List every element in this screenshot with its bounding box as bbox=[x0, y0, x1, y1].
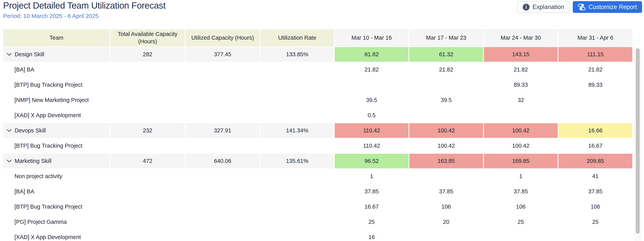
project-name-label: [BTP] Bug Tracking Project bbox=[14, 204, 82, 210]
project-cell: [BA] BA bbox=[3, 184, 110, 199]
rate-cell bbox=[260, 184, 334, 199]
project-row: [XAD] X App Development0.5 bbox=[3, 108, 632, 123]
team-row: Devops Skill232327.91141.34%110.42100.42… bbox=[3, 123, 632, 138]
week-cell-1: 21.82 bbox=[409, 62, 483, 77]
column-header-mar-17-mar-23: Mar 17 - Mar 23 bbox=[409, 29, 483, 46]
capacity-cell bbox=[110, 169, 185, 184]
page-title: Project Detailed Team Utilization Foreca… bbox=[3, 0, 166, 11]
rate-cell bbox=[260, 78, 334, 92]
rate-cell bbox=[260, 138, 334, 153]
week-cell-3: 106 bbox=[558, 200, 632, 214]
week-cell-2: 32 bbox=[484, 93, 558, 108]
table-body: Design Skill282377.45133.85%61.8261.3214… bbox=[3, 47, 632, 241]
team-cell: Devops Skill bbox=[3, 123, 110, 138]
week-cell-3: 25 bbox=[558, 215, 632, 229]
project-cell: [BTP] Bug Tracking Project bbox=[3, 78, 110, 92]
column-header-mar-24-mar-30: Mar 24 - Mar 30 bbox=[484, 29, 558, 46]
capacity-cell: 282 bbox=[110, 47, 185, 62]
week-cell-0: 39.5 bbox=[335, 93, 408, 108]
week-cell-0: 110.42 bbox=[335, 138, 408, 153]
week-cell-1: 163.85 bbox=[409, 154, 483, 168]
rate-cell bbox=[260, 200, 334, 214]
project-row: [BTP] Bug Tracking Project89.3389.33 bbox=[3, 78, 632, 92]
week-cell-1: 100.42 bbox=[409, 138, 483, 153]
column-header-total-available-capacity-hours: Total Available Capacity (Hours) bbox=[110, 29, 185, 46]
project-row: [BTP] Bug Tracking Project16.67106106106 bbox=[3, 200, 632, 214]
column-header-utilization-rate: Utilization Rate bbox=[260, 29, 334, 46]
column-header-mar-10-mar-16: Mar 10 - Mar 16 bbox=[335, 29, 408, 46]
customize-report-button[interactable]: Customize Report bbox=[573, 1, 642, 13]
week-cell-2: 21.82 bbox=[484, 62, 558, 77]
week-cell-2: 25 bbox=[484, 215, 558, 229]
project-name-label: [XAD] X App Development bbox=[14, 112, 81, 118]
capacity-cell: 232 bbox=[110, 123, 185, 138]
week-cell-3: 89.33 bbox=[558, 78, 632, 92]
week-cell-1 bbox=[409, 169, 483, 184]
explanation-button[interactable]: i Explanation bbox=[517, 1, 570, 13]
week-cell-1 bbox=[409, 78, 483, 92]
week-cell-0: 110.42 bbox=[335, 123, 408, 138]
utilized-cell bbox=[186, 78, 260, 92]
week-cell-2: 89.33 bbox=[484, 78, 558, 92]
week-cell-3: 21.82 bbox=[558, 62, 632, 77]
project-cell: [BA] BA bbox=[3, 62, 110, 77]
week-cell-3 bbox=[558, 108, 632, 123]
chevron-down-icon[interactable] bbox=[6, 129, 12, 132]
project-cell: Non project activity bbox=[3, 169, 110, 184]
week-cell-2 bbox=[484, 230, 558, 241]
project-row: [XAD] X App Development16 bbox=[3, 230, 632, 241]
vertical-scrollbar[interactable] bbox=[635, 48, 641, 241]
info-icon: i bbox=[523, 4, 530, 10]
project-row: [BA] BA21.8221.8221.8221.82 bbox=[3, 62, 632, 77]
rate-cell bbox=[260, 230, 334, 241]
project-cell: [XAD] X App Development bbox=[3, 230, 110, 241]
utilized-cell bbox=[186, 200, 260, 214]
week-cell-0: 21.82 bbox=[335, 62, 408, 77]
capacity-cell bbox=[110, 215, 185, 229]
week-cell-1: 106 bbox=[409, 200, 483, 214]
project-row: [PG] Project Gamma25202525 bbox=[3, 215, 632, 229]
project-name-label: [BA] BA bbox=[14, 66, 34, 73]
project-cell: [BTP] Bug Tracking Project bbox=[3, 200, 110, 214]
scrollbar-thumb[interactable] bbox=[636, 48, 640, 234]
project-row: [NMP] New Marketing Project39.539.532 bbox=[3, 93, 632, 108]
week-cell-0: 1 bbox=[335, 169, 408, 184]
chevron-down-icon[interactable] bbox=[6, 159, 12, 163]
week-cell-1: 37.85 bbox=[409, 184, 483, 199]
chevron-down-icon[interactable] bbox=[6, 53, 12, 56]
capacity-cell bbox=[110, 78, 185, 92]
week-cell-2: 100.42 bbox=[484, 123, 558, 138]
capacity-cell bbox=[110, 93, 185, 108]
utilized-cell bbox=[186, 62, 260, 77]
capacity-cell bbox=[110, 230, 185, 241]
project-row: Non project activity1141 bbox=[3, 169, 632, 184]
week-cell-0 bbox=[335, 78, 408, 92]
week-cell-3 bbox=[558, 93, 632, 108]
page-header: Project Detailed Team Utilization Foreca… bbox=[3, 0, 166, 19]
week-cell-2: 143.15 bbox=[484, 47, 558, 62]
utilized-cell bbox=[186, 215, 260, 229]
project-name-label: [XAD] X App Development bbox=[14, 234, 81, 240]
rate-cell bbox=[260, 62, 334, 77]
week-cell-3: 111.15 bbox=[558, 47, 632, 62]
week-cell-1: 61.32 bbox=[409, 47, 483, 62]
utilized-cell bbox=[186, 169, 260, 184]
project-name-label: [BA] BA bbox=[14, 188, 34, 195]
rate-cell: 135.61% bbox=[260, 154, 334, 168]
capacity-cell bbox=[110, 108, 185, 123]
week-cell-1: 39.5 bbox=[409, 93, 483, 108]
project-row: [BA] BA37.8537.8537.8537.85 bbox=[3, 184, 632, 199]
toolbar: i Explanation Customize Report bbox=[517, 1, 642, 13]
column-header-mar-31-apr-6: Mar 31 - Apr 6 bbox=[558, 29, 632, 46]
table-header-row: TeamTotal Available Capacity (Hours)Util… bbox=[3, 29, 632, 46]
customize-report-button-label: Customize Report bbox=[588, 4, 637, 10]
project-name-label: [PG] Project Gamma bbox=[14, 219, 67, 225]
week-cell-0: 0.5 bbox=[335, 108, 408, 123]
capacity-cell bbox=[110, 62, 185, 77]
week-cell-3: 41 bbox=[558, 169, 632, 184]
week-cell-0: 16.67 bbox=[335, 200, 408, 214]
period-label: Period: 10 March 2025 - 6 April 2025 bbox=[3, 13, 166, 19]
capacity-cell bbox=[110, 200, 185, 214]
rate-cell bbox=[260, 215, 334, 229]
team-row: Design Skill282377.45133.85%61.8261.3214… bbox=[3, 47, 632, 62]
